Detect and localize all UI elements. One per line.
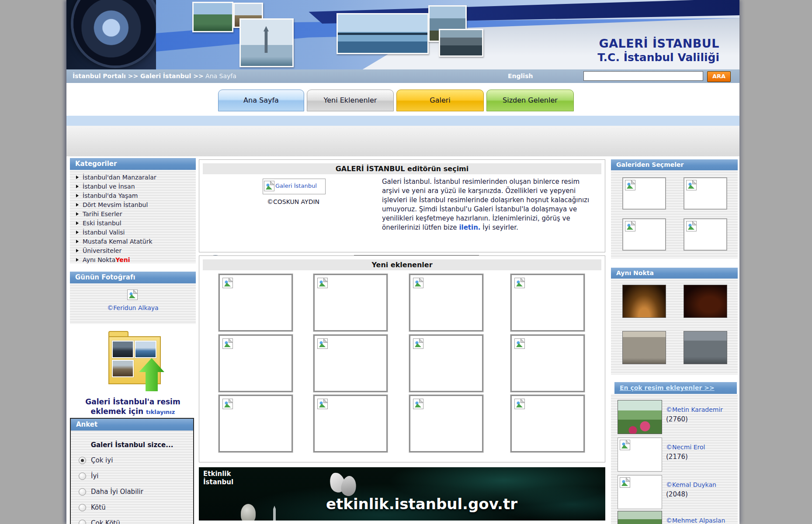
photo-placeholder[interactable] [409, 274, 483, 331]
etkinlik-brand-line1: Etkinlik [203, 470, 233, 478]
uploader-name-link[interactable]: ©Necmi Erol [666, 444, 705, 451]
uploader-name-link[interactable]: ©Kemal Duykan [666, 481, 716, 488]
sidebar-category-item[interactable]: Aynı NoktaYeni [70, 255, 196, 263]
breadcrumb[interactable]: İstanbul Portalı >> Galeri İstanbul >> A… [73, 69, 236, 83]
photo-of-day-header: Günün Fotoğrafı [70, 272, 196, 283]
top-uploaders-link[interactable]: En çok resim ekleyenler >> [620, 384, 715, 391]
radio-button[interactable] [79, 457, 86, 464]
photo-placeholder[interactable] [618, 475, 662, 509]
radio-button[interactable] [79, 520, 86, 524]
add-photo-link[interactable]: Galeri İstanbul'a resim eklemek için tık… [70, 397, 196, 416]
category-label: Üniversiteler [83, 247, 121, 254]
poll-option[interactable]: Çok iyi [71, 452, 193, 468]
poll-option[interactable]: Kötü [71, 500, 193, 515]
editor-photo-credit: ©COSKUN AYDIN [243, 198, 344, 205]
ara-search-button[interactable]: ARA [707, 71, 731, 82]
editor-paragraph: Galeri İstanbul. İstanbul resimlerinden … [382, 177, 591, 232]
bullet-triangle-icon [76, 249, 79, 252]
uploader-photo[interactable] [618, 400, 662, 434]
editor-pick-thumbnail[interactable]: Galeri İstanbul [263, 179, 326, 194]
radio-button[interactable] [79, 472, 86, 480]
maiden-tower-photo [239, 18, 294, 67]
sidebar-category-item[interactable]: İstanbul Valisi [70, 228, 196, 237]
broken-image-icon [222, 399, 233, 409]
uploader-info: ©Necmi Erol(2176) [666, 444, 705, 461]
poll-option[interactable]: Çok Kötü [71, 515, 193, 524]
same-point-grid [611, 279, 738, 375]
broken-image-icon [514, 399, 525, 409]
photo-thumbnail[interactable] [684, 331, 727, 364]
sidebar-category-item[interactable]: İstanbul'dan Manzaralar [70, 172, 196, 182]
uploader-name-link[interactable]: ©Mehmet Alpaslan [666, 517, 725, 524]
radio-button[interactable] [79, 488, 86, 496]
sidebar-category-item[interactable]: İstanbul'da Yaşam [70, 191, 196, 200]
poll-option[interactable]: İyi [71, 468, 193, 484]
poll-box: Anket Galeri İstanbul sizce... Çok iyiİy… [70, 418, 194, 524]
photo-placeholder[interactable] [510, 395, 585, 452]
poll-option-label: İyi [91, 472, 98, 480]
selections-grid [611, 170, 738, 259]
photo-placeholder[interactable] [313, 395, 388, 452]
editor-pick-box: GALERİ İSTANBUL editörün seçimi Galeri İ… [199, 159, 605, 252]
sidebar-category-item[interactable]: Tarihi Eserler [70, 209, 196, 218]
poll-header: Anket [71, 419, 193, 431]
breadcrumb-links[interactable]: İstanbul Portalı >> Galeri İstanbul >> [73, 72, 204, 79]
photo-placeholder[interactable] [622, 177, 666, 210]
tab-sizden-gelenler[interactable]: Sizden Gelenler [486, 90, 574, 111]
photo-placeholder[interactable] [510, 274, 585, 331]
add-photo-line2: eklemek için [91, 407, 144, 416]
photo-placeholder[interactable] [618, 438, 662, 472]
bullet-triangle-icon [76, 240, 79, 243]
photo-placeholder[interactable] [684, 218, 727, 251]
photo-placeholder[interactable] [219, 334, 293, 392]
category-list: İstanbul'dan Manzaralarİstanbul ve İnsan… [70, 170, 196, 263]
category-label: Eski İstanbul [83, 220, 121, 227]
photo-placeholder[interactable] [219, 274, 293, 331]
etkinlik-banner[interactable]: Etkinlik İstanbul etkinlik.istanbul.gov.… [199, 467, 605, 521]
tab-yeni-eklenenler[interactable]: Yeni Eklenenler [307, 90, 394, 111]
sidebar-category-item[interactable]: İstanbul ve İnsan [70, 182, 196, 191]
photo-thumbnail[interactable] [684, 285, 727, 318]
photo-thumbnail[interactable] [622, 285, 666, 318]
poll-option-label: Kötü [91, 503, 106, 511]
iletin-link[interactable]: iletin. [459, 224, 480, 231]
english-link[interactable]: English [508, 69, 533, 83]
site-title-line1: GALERİ İSTANBUL [597, 37, 719, 51]
photo-placeholder[interactable] [313, 274, 388, 331]
photo-placeholder[interactable] [313, 334, 388, 392]
broken-image-icon[interactable] [127, 290, 138, 300]
tab-ana-sayfa[interactable]: Ana Sayfa [218, 90, 304, 111]
header-search-input[interactable] [583, 71, 703, 81]
new-additions-box: Yeni eklenenler [199, 255, 605, 462]
category-label: Tarihi Eserler [83, 210, 122, 217]
radio-button[interactable] [79, 504, 86, 511]
sidebar-category-item[interactable]: Mustafa Kemal Atatürk [70, 237, 196, 246]
uploader-info: ©Kemal Duykan(2048) [666, 481, 716, 498]
poll-option[interactable]: Daha İyi Olabilir [71, 484, 193, 500]
photo-of-day-credit-link[interactable]: ©Feridun Alkaya [70, 304, 196, 311]
bullet-triangle-icon [76, 258, 79, 262]
photo-placeholder[interactable] [409, 395, 483, 452]
photo-placeholder[interactable] [622, 218, 666, 251]
editor-thumb-label: Galeri İstanbul [275, 183, 317, 189]
sidebar-category-item[interactable]: Dört Mevsim İstanbul [70, 200, 196, 209]
tab-galeri[interactable]: Galeri [396, 90, 484, 111]
photo-placeholder[interactable] [684, 177, 727, 210]
category-label: İstanbul'dan Manzaralar [83, 174, 156, 181]
uploader-item: ©Kemal Duykan(2048) [611, 475, 738, 512]
photo-placeholder[interactable] [409, 334, 483, 392]
poll-option-label: Çok Kötü [91, 519, 120, 524]
sidebar-category-item[interactable]: Eski İstanbul [70, 218, 196, 228]
gallery-istanbul-page: GALERİ İSTANBUL T.C. İstanbul Valiliği İ… [66, 0, 739, 524]
photo-placeholder[interactable] [219, 395, 293, 452]
uploader-photo[interactable] [618, 511, 662, 524]
tiklayiniz-link[interactable]: tıklayınız [146, 409, 175, 415]
photo-thumbnail[interactable] [622, 331, 666, 364]
folder-photo-thumb [112, 360, 134, 377]
poll-question: Galeri İstanbul sizce... [71, 441, 193, 449]
photo-placeholder[interactable] [510, 334, 585, 392]
upload-folder-graphic[interactable] [108, 331, 161, 384]
sidebar-category-item[interactable]: Üniversiteler [70, 246, 196, 255]
uploader-name-link[interactable]: ©Metin Karademir [666, 406, 723, 413]
broken-image-icon [264, 181, 274, 191]
